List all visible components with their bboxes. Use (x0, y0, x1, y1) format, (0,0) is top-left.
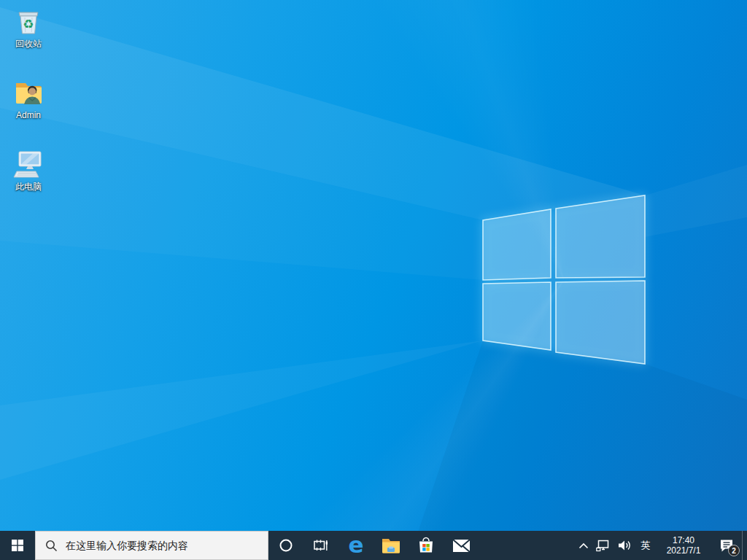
notification-badge: 2 (728, 545, 740, 556)
task-view-icon (314, 539, 328, 552)
taskbar-app-file-explorer[interactable] (374, 531, 409, 560)
taskbar-app-mail[interactable] (444, 531, 479, 560)
tray-volume-button[interactable] (614, 531, 635, 560)
search-icon (45, 540, 58, 552)
volume-icon (618, 540, 632, 551)
wallpaper-light-rays-and-logo (0, 0, 747, 560)
taskbar-search[interactable] (35, 531, 268, 560)
file-explorer-icon (382, 537, 400, 553)
desktop-icon-label: 回收站 (15, 39, 42, 49)
edge-icon: e (348, 534, 363, 556)
tray-ime-button[interactable]: 英 (635, 531, 656, 560)
desktop-icon-this-pc[interactable]: 此电脑 (4, 149, 53, 192)
task-view-button[interactable] (303, 531, 338, 560)
desktop-icon-recycle-bin[interactable]: ♻ 回收站 (4, 6, 53, 49)
cortana-button[interactable] (268, 531, 303, 560)
desktop-icon-label: 此电脑 (15, 182, 42, 192)
desktop-wallpaper: ♻ 回收站 Admin (0, 0, 747, 560)
desktop-icon-admin-folder[interactable]: Admin (4, 77, 53, 120)
windows-logo (483, 195, 645, 364)
recycle-bin-icon: ♻ (12, 6, 44, 36)
user-folder-icon (12, 77, 44, 108)
chevron-up-icon (578, 542, 589, 549)
desktop-icon-label: Admin (16, 110, 41, 120)
mail-icon (452, 539, 471, 553)
show-desktop-button[interactable] (742, 531, 747, 560)
search-input[interactable] (64, 532, 268, 559)
this-pc-icon (12, 149, 44, 179)
taskbar-app-store[interactable] (409, 531, 444, 560)
clock-time: 17:40 (673, 535, 694, 545)
clock-date: 2021/7/1 (667, 545, 701, 556)
taskbar-empty-area (479, 531, 575, 560)
taskbar: e (0, 531, 747, 560)
store-icon (417, 537, 435, 554)
tray-network-button[interactable] (592, 531, 614, 560)
action-center-button[interactable]: 2 (711, 531, 742, 560)
start-button[interactable] (0, 531, 35, 560)
network-icon (596, 540, 611, 552)
tray-hidden-icons-button[interactable] (575, 531, 592, 560)
svg-text:♻: ♻ (23, 17, 34, 31)
taskbar-app-edge[interactable]: e (338, 531, 374, 560)
cortana-icon (279, 538, 293, 553)
tray-clock-button[interactable]: 17:40 2021/7/1 (656, 531, 711, 560)
windows-start-icon (12, 540, 23, 551)
